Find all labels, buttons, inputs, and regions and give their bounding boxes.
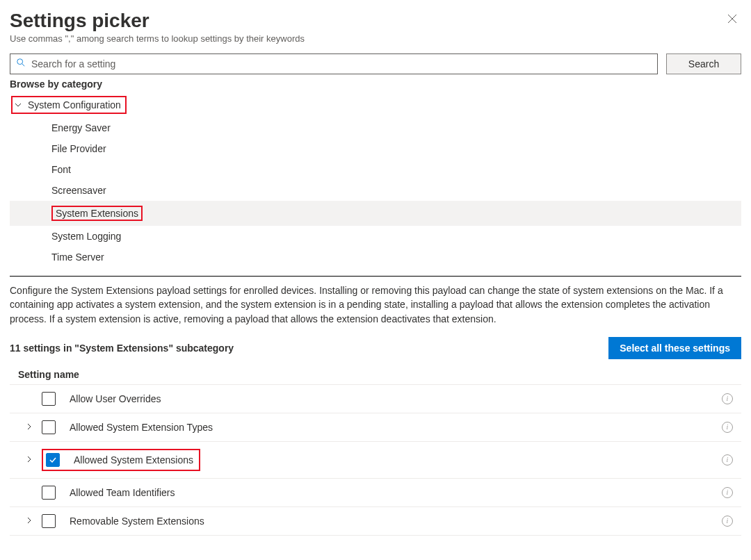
subcategory-item[interactable]: Energy Saver <box>10 117 741 138</box>
setting-label: Allow User Overrides <box>70 393 719 404</box>
info-icon[interactable]: i <box>722 487 733 498</box>
setting-label: Allowed Team Identifiers <box>70 487 719 498</box>
subcategory-item-selected[interactable]: System Extensions <box>10 201 741 226</box>
settings-list: Allow User Overrides i Allowed System Ex… <box>10 384 741 536</box>
browse-by-category-label: Browse by category <box>10 79 741 90</box>
category-description: Configure the System Extensions payload … <box>10 283 741 326</box>
chevron-right-icon[interactable] <box>25 454 33 466</box>
setting-checkbox[interactable] <box>42 392 56 406</box>
subcategory-item[interactable]: System Logging <box>10 226 741 247</box>
select-all-button[interactable]: Select all these settings <box>608 337 741 359</box>
setting-checkbox[interactable] <box>46 453 60 467</box>
subcategory-item[interactable]: Font <box>10 159 741 180</box>
setting-row: Allowed Team Identifiers i <box>10 479 741 507</box>
chevron-down-icon <box>14 101 22 109</box>
subcategory-list: Energy Saver File Provider Font Screensa… <box>10 117 741 267</box>
category-header-row[interactable]: System Configuration <box>10 92 741 117</box>
setting-row: Removable System Extensions i <box>10 507 741 536</box>
subcategory-item[interactable]: File Provider <box>10 138 741 159</box>
setting-row: Allow User Overrides i <box>10 384 741 413</box>
settings-count-label: 11 settings in "System Extensions" subca… <box>10 343 234 354</box>
close-icon[interactable] <box>723 10 741 30</box>
setting-label: Allowed System Extensions <box>74 454 193 466</box>
info-icon[interactable]: i <box>722 393 733 404</box>
search-box[interactable] <box>10 53 658 74</box>
setting-label: Allowed System Extension Types <box>70 422 719 433</box>
chevron-right-icon[interactable] <box>25 422 33 433</box>
info-icon[interactable]: i <box>722 422 733 433</box>
category-name: System Configuration <box>28 99 121 110</box>
setting-row: Allowed System Extension Types i <box>10 413 741 442</box>
info-icon[interactable]: i <box>722 516 733 527</box>
search-input[interactable] <box>30 58 652 70</box>
search-icon <box>16 58 26 70</box>
search-button[interactable]: Search <box>666 53 741 74</box>
setting-checkbox[interactable] <box>42 420 56 434</box>
info-icon[interactable]: i <box>722 454 733 466</box>
chevron-right-icon[interactable] <box>25 516 33 527</box>
subcategory-item[interactable]: Time Server <box>10 247 741 267</box>
column-header-setting-name: Setting name <box>10 366 741 384</box>
setting-label: Removable System Extensions <box>70 516 719 527</box>
section-divider <box>10 276 741 277</box>
setting-checkbox[interactable] <box>42 514 56 528</box>
svg-point-0 <box>17 59 23 65</box>
page-subtitle: Use commas "," among search terms to loo… <box>10 33 305 44</box>
svg-line-1 <box>22 64 25 67</box>
setting-row: Allowed System Extensions i <box>10 442 741 479</box>
subcategory-item[interactable]: Screensaver <box>10 180 741 201</box>
page-title: Settings picker <box>10 10 305 32</box>
setting-checkbox[interactable] <box>42 486 56 500</box>
